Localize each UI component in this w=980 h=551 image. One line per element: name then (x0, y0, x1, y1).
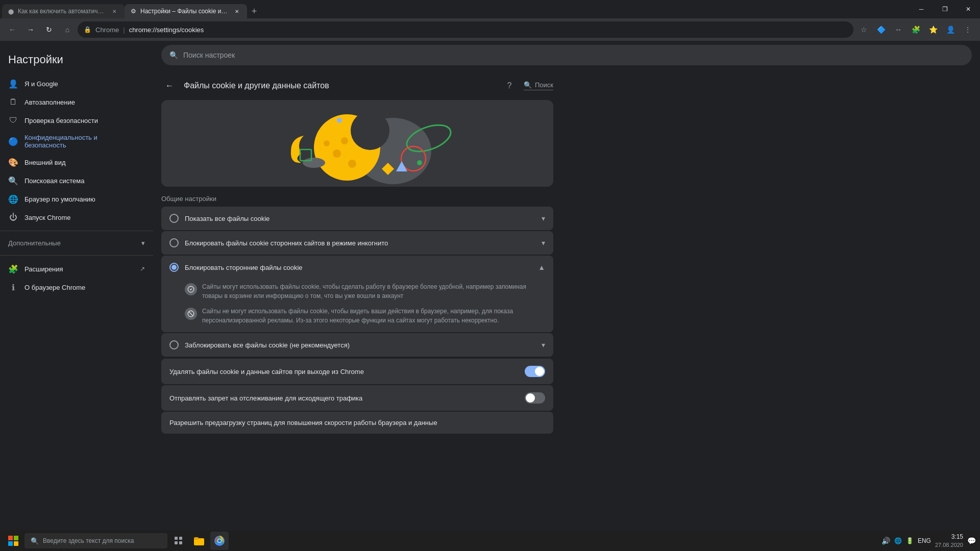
forward-button[interactable]: → (22, 21, 39, 38)
lock-icon: 🔒 (84, 26, 91, 33)
advanced-chevron-icon: ▾ (141, 239, 145, 247)
sidebar-item-appearance-label: Внешний вид (24, 159, 66, 166)
ext-icon-2[interactable]: ↔ (890, 21, 906, 38)
new-tab-button[interactable]: + (247, 4, 261, 18)
svg-rect-24 (175, 541, 178, 544)
about-icon: ℹ (8, 282, 18, 292)
bookmark-button[interactable]: ☆ (855, 21, 872, 38)
radio-block-all[interactable]: Заблокировать все файлы cookie (не реком… (161, 333, 553, 357)
help-button[interactable]: ? (501, 78, 518, 94)
extensions-label: Расширения (24, 265, 63, 273)
radio-block-incognito[interactable]: Блокировать файлы cookie сторонних сайто… (161, 231, 553, 255)
notification-icon[interactable]: 💬 (967, 537, 976, 545)
taskbar-search-placeholder: Введите здесь текст для поиска (43, 537, 134, 544)
radio-block-incognito-btn[interactable] (169, 238, 179, 247)
task-view-icon (175, 537, 183, 545)
sidebar-item-privacy[interactable]: 🔵 Конфиденциальность и безопасность (0, 130, 149, 153)
tab-2-close[interactable]: ✕ (233, 7, 241, 15)
default-browser-icon: 🌐 (8, 194, 18, 204)
back-button[interactable]: ← (4, 21, 20, 38)
sidebar-divider (0, 231, 153, 231)
section-search[interactable]: 🔍 Поиск (524, 81, 553, 90)
chrome-taskbar-button[interactable] (210, 532, 229, 550)
svg-line-17 (189, 312, 193, 316)
section-header: ← Файлы cookie и другие данные сайтов ? … (161, 69, 553, 100)
volume-icon[interactable]: 🔊 (881, 537, 890, 545)
general-settings-label: Общие настройки (161, 195, 553, 207)
sidebar-item-me-google[interactable]: 👤 Я и Google (0, 74, 149, 93)
sidebar-item-security[interactable]: 🛡 Проверка безопасности (0, 111, 149, 130)
section-title: Файлы cookie и другие данные сайтов (184, 81, 329, 90)
content-search-wrapper: 🔍 (153, 41, 980, 69)
radio-block-third[interactable]: Блокировать сторонние файлы cookie ▲ (161, 256, 553, 332)
close-button[interactable]: ✕ (957, 2, 980, 17)
sidebar-item-autofill[interactable]: 🗒 Автозаполнение (0, 93, 149, 111)
sidebar-item-default-browser[interactable]: 🌐 Браузер по умолчанию (0, 190, 149, 208)
menu-button[interactable]: ⋮ (960, 21, 976, 38)
radio-allow-all[interactable]: Показать все файлы cookie ▾ (161, 207, 553, 230)
detail-item-2: Сайты не могут использовать файлы cookie… (185, 307, 545, 325)
address-bar[interactable]: 🔒 Chrome | chrome://settings/cookies (78, 21, 853, 38)
settings-page: ← Файлы cookie и другие данные сайтов ? … (153, 69, 561, 434)
restore-button[interactable]: ❐ (933, 2, 957, 17)
section-back-button[interactable]: ← (161, 78, 178, 94)
tab-1[interactable]: ⬤ Как как включить автоматичес... ✕ (2, 4, 125, 18)
toggle-clear-on-exit-thumb (535, 367, 544, 376)
cookie-svg (230, 103, 485, 184)
sidebar: Настройки 👤 Я и Google 🗒 Автозаполнение … (0, 41, 153, 531)
settings-search-input[interactable] (183, 51, 964, 59)
tab-2-label: Настройки – Файлы cookie и др... (140, 8, 229, 15)
file-explorer-button[interactable] (190, 532, 208, 550)
task-view-button[interactable] (169, 532, 188, 550)
sidebar-extensions[interactable]: 🧩 Расширения ↗ (0, 260, 153, 278)
sidebar-item-me-google-label: Я и Google (24, 80, 58, 88)
search-engine-icon: 🔍 (8, 176, 18, 186)
radio-allow-all-label: Показать все файлы cookie (185, 215, 535, 222)
tab-1-close[interactable]: ✕ (110, 7, 118, 15)
security-icon: 🛡 (8, 115, 18, 126)
address-url: chrome://settings/cookies (129, 26, 204, 34)
ext-icon-1[interactable]: 🔷 (873, 21, 889, 38)
content-area: 🔍 ← Файлы cookie и другие данные сайтов … (153, 41, 980, 531)
svg-point-4 (348, 160, 356, 168)
sidebar-item-appearance[interactable]: 🎨 Внешний вид (0, 153, 149, 171)
sidebar-about[interactable]: ℹ О браузере Chrome (0, 278, 153, 296)
svg-rect-20 (8, 541, 13, 546)
reload-button[interactable]: ↻ (41, 21, 57, 38)
radio-block-incognito-chevron: ▾ (542, 239, 545, 247)
ext-icon-4[interactable]: ⭐ (925, 21, 941, 38)
sidebar-item-search[interactable]: 🔍 Поисковая система (0, 171, 149, 190)
toggle-dnt-label: Отправлять запрет на отслеживание для ис… (169, 394, 519, 402)
nav-right-icons: ☆ 🔷 ↔ 🧩 ⭐ 👤 ⋮ (855, 21, 976, 38)
network-icon[interactable]: 🌐 (894, 537, 902, 544)
start-button[interactable] (4, 532, 22, 550)
ext-icon-3[interactable]: 🧩 (908, 21, 924, 38)
radio-block-incognito-label: Блокировать файлы cookie сторонних сайто… (185, 239, 535, 247)
toggle-clear-on-exit[interactable]: Удалять файлы cookie и данные сайтов при… (161, 359, 553, 384)
home-button[interactable]: ⌂ (59, 21, 76, 38)
radio-block-all-btn[interactable] (169, 340, 179, 349)
settings-search-box[interactable]: 🔍 (161, 45, 972, 65)
toggle-dnt[interactable]: Отправлять запрет на отслеживание для ис… (161, 385, 553, 411)
profile-button[interactable]: 👤 (942, 21, 959, 38)
about-label: О браузере Chrome (24, 284, 85, 291)
sidebar-title: Настройки (0, 49, 153, 74)
tab-2[interactable]: ⚙ Настройки – Файлы cookie и др... ✕ (125, 4, 247, 18)
sidebar-item-security-label: Проверка безопасности (24, 117, 98, 124)
taskbar-search[interactable]: 🔍 Введите здесь текст для поиска (24, 533, 167, 548)
radio-block-third-details: Сайты могут использовать файлы cookie, ч… (169, 282, 545, 325)
toggle-preload[interactable]: Разрешить предзагрузку страниц для повыш… (161, 412, 553, 434)
extensions-icon: 🧩 (8, 264, 18, 274)
taskbar: 🔍 Введите здесь текст для поиска 🔊 🌐 (0, 531, 980, 551)
battery-icon[interactable]: 🔋 (906, 537, 914, 544)
main-content: Настройки 👤 Я и Google 🗒 Автозаполнение … (0, 41, 980, 531)
lang-indicator: ENG (918, 537, 931, 544)
minimize-button[interactable]: ─ (910, 2, 933, 17)
radio-block-third-btn[interactable] (169, 263, 179, 272)
toggle-dnt-switch[interactable] (525, 392, 545, 404)
sidebar-item-startup[interactable]: ⏻ Запуск Chrome (0, 208, 149, 227)
radio-allow-all-btn[interactable] (169, 214, 179, 223)
toggle-clear-on-exit-switch[interactable] (525, 366, 545, 377)
taskbar-clock[interactable]: 3:15 27.08.2020 (935, 533, 963, 549)
sidebar-advanced[interactable]: Дополнительные ▾ (0, 235, 153, 251)
